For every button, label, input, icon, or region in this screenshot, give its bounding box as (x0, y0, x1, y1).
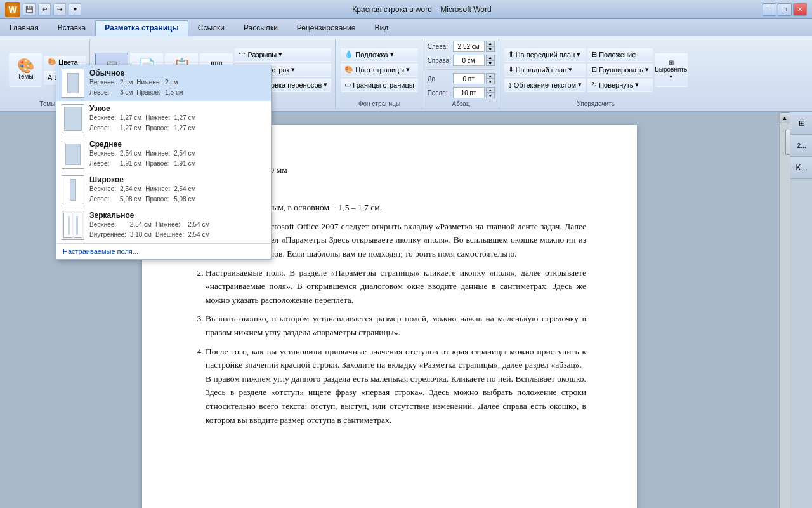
qat-redo[interactable]: ↪ (53, 3, 66, 16)
spacing-after-input[interactable] (453, 87, 485, 98)
rp-btn-1[interactable]: ⊞ (790, 112, 812, 135)
to-back-arrow: ▾ (568, 65, 572, 74)
margin-thumb-wide (62, 175, 84, 204)
minimize-btn[interactable]: – (763, 3, 776, 16)
page-border-icon: ▭ (344, 81, 351, 89)
group-arrow: ▾ (645, 65, 649, 74)
list-item-4: После того, как вы установили привычные … (206, 345, 586, 427)
indent-left-up[interactable]: ▲ (486, 41, 495, 46)
scroll-thumb[interactable] (785, 130, 790, 155)
office-logo: W (5, 2, 20, 17)
align-button[interactable]: ⊞ Выровнять ▾ (655, 53, 688, 87)
ribbon-group-paragraph: Слева: ▲ ▼ Справа: ▲ (424, 39, 499, 109)
list-item-3: Вызвать окошко, в котором устанавливаетс… (206, 312, 586, 339)
wrap-text-button[interactable]: ⤵ Обтекание текстом ▾ (504, 78, 586, 92)
indent-left-input[interactable] (453, 41, 485, 52)
maximize-btn[interactable]: □ (778, 3, 792, 16)
to-back-button[interactable]: ⬇ На задний план ▾ (504, 63, 586, 77)
margin-text-narrow: Узкое Верхнее: 1,27 см Нижнее: 1,27 см Л… (89, 104, 266, 133)
margin-text-mirror: Зеркальное Верхнее: 2,54 см Нижнее: 2,54… (89, 211, 266, 240)
colors-icon: 🎨 (48, 58, 56, 66)
page-color-arrow: ▾ (406, 65, 410, 74)
tab-mail[interactable]: Рассылки (234, 20, 287, 36)
page-color-icon: 🎨 (344, 65, 353, 74)
position-icon: ⊞ (591, 50, 597, 58)
right-panel: ⊞ 2... K... (790, 112, 812, 508)
watermark-arrow: ▾ (390, 50, 394, 58)
spacing-after-up[interactable]: ▲ (486, 87, 495, 93)
vertical-scrollbar[interactable]: ▲ ▼ (779, 112, 790, 508)
window-title: Красная строка в word – Microsoft Word (81, 5, 763, 14)
tab-refs[interactable]: Ссылки (188, 20, 234, 36)
qat-more[interactable]: ▾ (69, 3, 81, 16)
rp-btn-2[interactable]: 2... (790, 135, 812, 157)
watermark-button[interactable]: 💧 Подложка ▾ (341, 48, 417, 62)
to-front-icon: ⬆ (508, 50, 514, 58)
title-bar: W 💾 ↩ ↪ ▾ Красная строка в word – Micros… (0, 0, 812, 19)
spacing-before-up[interactable]: ▲ (486, 73, 495, 79)
align-icon: ⊞ (669, 59, 674, 66)
breaks-icon: ⋯ (239, 50, 246, 58)
margin-option-wide[interactable]: Широкое Верхнее: 2,54 см Нижнее: 2,54 см… (56, 172, 271, 208)
margin-thumb-mirror (62, 211, 84, 240)
numbered-list: Настраиваемые поля. В разделе «Параметры… (206, 266, 586, 427)
margin-thumb-narrow (62, 104, 84, 133)
custom-margins-btn[interactable]: Настраиваемые поля... (56, 243, 271, 259)
margin-text-medium: Среднее Верхнее: 2,54 см Нижнее: 2,54 см… (89, 140, 266, 169)
to-front-button[interactable]: ⬆ На передний план ▾ (504, 48, 586, 62)
margin-text-wide: Широкое Верхнее: 2,54 см Нижнее: 2,54 см… (89, 175, 266, 204)
indent-right-up[interactable]: ▲ (486, 55, 495, 60)
watermark-icon: 💧 (344, 50, 353, 58)
margin-option-normal[interactable]: Обычное Верхнее: 2 см Нижнее: 2 см Левое… (56, 65, 271, 101)
scroll-up-btn[interactable]: ▲ (780, 112, 790, 123)
line-arrow: ▾ (291, 65, 295, 74)
indent-right-down[interactable]: ▼ (486, 60, 495, 66)
page-border-button[interactable]: ▭ Границы страницы (341, 78, 417, 92)
margin-option-narrow[interactable]: Узкое Верхнее: 1,27 см Нижнее: 1,27 см Л… (56, 101, 271, 137)
tab-layout[interactable]: Разметка страницы (95, 20, 188, 36)
ribbon-group-page-bg: 💧 Подложка ▾ 🎨 Цвет страницы ▾ ▭ Границы… (337, 39, 422, 109)
rotate-arrow: ▾ (635, 81, 639, 89)
ribbon-group-arrange: ⬆ На передний план ▾ ⬇ На задний план ▾ … (501, 39, 691, 109)
list-item-2: Настраиваемые поля. В разделе «Параметры… (206, 266, 586, 307)
margin-option-medium[interactable]: Среднее Верхнее: 2,54 см Нижнее: 2,54 см… (56, 137, 271, 172)
tab-view[interactable]: Вид (365, 20, 398, 36)
wrap-arrow: ▾ (578, 81, 582, 89)
qat-save[interactable]: 💾 (23, 3, 36, 16)
group-button[interactable]: ⊡ Группировать ▾ (587, 63, 653, 77)
margin-option-mirror[interactable]: Зеркальное Верхнее: 2,54 см Нижнее: 2,54… (56, 208, 271, 243)
close-btn[interactable]: ✕ (793, 3, 807, 16)
tab-review[interactable]: Рецензирование (287, 20, 365, 36)
spacing-before-down[interactable]: ▼ (486, 79, 495, 84)
align-arrow: ▾ (669, 73, 672, 80)
spacing-before-input[interactable] (453, 73, 485, 84)
to-front-arrow: ▾ (577, 50, 580, 58)
hyphen-arrow: ▾ (324, 81, 327, 89)
ribbon-tabs: Главная Вставка Разметка страницы Ссылки… (0, 19, 812, 36)
indent-right-input[interactable] (453, 55, 485, 66)
position-button[interactable]: ⊞ Положение (587, 48, 653, 62)
group-icon: ⊡ (591, 65, 597, 74)
indent-left-down[interactable]: ▼ (486, 46, 495, 52)
to-back-icon: ⬇ (508, 65, 514, 74)
window-controls: – □ ✕ (763, 3, 807, 16)
wrap-text-icon: ⤵ (508, 81, 512, 89)
breaks-button[interactable]: ⋯ Разрывы ▾ (235, 48, 331, 62)
qat-undo[interactable]: ↩ (38, 3, 51, 16)
title-bar-left: W 💾 ↩ ↪ ▾ (5, 2, 81, 17)
tab-home[interactable]: Главная (0, 20, 48, 36)
themes-icon: 🎨 (17, 59, 34, 73)
rp-btn-3[interactable]: K... (790, 157, 812, 179)
breaks-arrow: ▾ (278, 50, 282, 58)
spacing-after-down[interactable]: ▼ (486, 93, 495, 98)
margin-thumb-normal (62, 69, 84, 98)
fonts-icon: A (48, 74, 52, 81)
rotate-button[interactable]: ↻ Повернуть ▾ (587, 78, 653, 92)
page-color-button[interactable]: 🎨 Цвет страницы ▾ (341, 63, 417, 77)
tab-insert[interactable]: Вставка (48, 20, 96, 36)
margin-text-normal: Обычное Верхнее: 2 см Нижнее: 2 см Левое… (89, 69, 266, 98)
margin-thumb-medium (62, 140, 84, 169)
rotate-icon: ↻ (591, 81, 597, 89)
margins-dropdown: Обычное Верхнее: 2 см Нижнее: 2 см Левое… (56, 65, 272, 260)
themes-button[interactable]: 🎨 Темы (9, 53, 42, 87)
